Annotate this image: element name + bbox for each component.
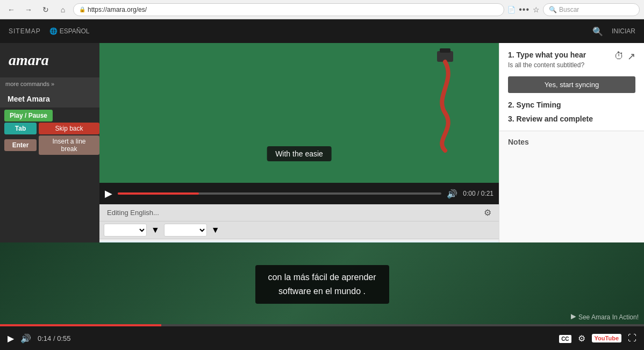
mini-progress-bar[interactable] bbox=[118, 192, 441, 195]
shortcut-row-play: Play / Pause bbox=[0, 110, 99, 122]
language-select[interactable] bbox=[104, 224, 147, 237]
see-amara-hint: ⯈ See Amara In Action! bbox=[570, 313, 639, 321]
mini-video-controls: ▶ 🔊 0:00 / 0:21 bbox=[99, 183, 499, 204]
amara-logo: amara bbox=[9, 52, 49, 68]
top-nav: SITEMAP 🌐 ESPAÑOL 🔍 INICIAR bbox=[0, 19, 644, 43]
big-settings-button[interactable]: ⚙ bbox=[578, 333, 585, 344]
browser-actions: 📄 ••• ☆ bbox=[507, 5, 540, 15]
big-volume-button[interactable]: 🔊 bbox=[20, 333, 31, 344]
big-progress-bar-bg[interactable] bbox=[0, 324, 644, 326]
cc-icon: CC bbox=[559, 335, 571, 343]
play-pause-key[interactable]: Play / Pause bbox=[4, 110, 53, 122]
shortcuts-header: more commands » bbox=[0, 77, 99, 90]
big-subtitle-line1: con la más fácil de aprender bbox=[268, 270, 376, 284]
big-subtitle-line2: software en el mundo . bbox=[268, 284, 376, 298]
mini-progress-fill bbox=[118, 192, 199, 195]
big-subtitle-overlay: con la más fácil de aprender software en… bbox=[255, 265, 389, 303]
format-select[interactable] bbox=[164, 224, 207, 237]
search-bar[interactable]: 🔍 Buscar bbox=[543, 3, 640, 16]
mini-volume-button[interactable]: 🔊 bbox=[447, 189, 457, 199]
step2-title: 2. Sync Timing bbox=[508, 101, 635, 109]
lock-icon: 🔒 bbox=[79, 6, 85, 12]
bookmark-icon[interactable]: ☆ bbox=[533, 5, 540, 14]
fullscreen-button[interactable]: ⛶ bbox=[628, 333, 636, 343]
youtube-logo: YouTube bbox=[592, 334, 621, 342]
steps-panel: 1. Type what you hear Is all the content… bbox=[499, 43, 644, 131]
language-button[interactable]: 🌐 ESPAÑOL bbox=[49, 27, 90, 35]
meet-amara-title: Meet Amara bbox=[0, 90, 99, 108]
big-video-controls: ▶ 🔊 0:14 / 0:55 CC ⚙ YouTube ⛶ bbox=[0, 326, 644, 350]
enter-key[interactable]: Enter bbox=[4, 139, 37, 151]
big-cc-button[interactable]: CC bbox=[559, 333, 571, 343]
globe-icon: 🌐 bbox=[49, 27, 58, 35]
svg-rect-1 bbox=[440, 48, 450, 53]
snake-animation bbox=[424, 48, 467, 156]
site-wrapper: SITEMAP 🌐 ESPAÑOL 🔍 INICIAR amara more c… bbox=[0, 19, 644, 350]
editor-header-label: Editing English... bbox=[107, 209, 159, 217]
browser-chrome: ← → ↻ ⌂ 🔒 https://amara.org/es/ 📄 ••• ☆ … bbox=[0, 0, 644, 19]
mini-time-display: 0:00 / 0:21 bbox=[463, 190, 493, 197]
dropdown-row: ▼ ▼ bbox=[99, 222, 499, 239]
home-button[interactable]: ⌂ bbox=[56, 3, 70, 17]
mini-video-area: With the easie ▶ 🔊 0:00 / 0:21 bbox=[99, 43, 499, 204]
step1-title: 1. Type what you hear bbox=[508, 51, 586, 59]
forward-button[interactable]: → bbox=[22, 3, 35, 17]
dropdown-chevron-icon: ▼ bbox=[151, 225, 160, 235]
more-commands-label[interactable]: more commands » bbox=[5, 81, 54, 87]
mini-play-button[interactable]: ▶ bbox=[105, 188, 112, 199]
yes-start-syncing-button[interactable]: Yes, start syncing bbox=[508, 76, 635, 93]
insert-break-action[interactable]: Insert a line break bbox=[39, 135, 99, 155]
notes-title: Notes bbox=[508, 138, 635, 146]
history-icon[interactable]: ⏱ bbox=[614, 51, 624, 62]
nav-search-icon[interactable]: 🔍 bbox=[592, 26, 603, 37]
shortcut-row-enter: Enter Insert a line break bbox=[0, 135, 99, 155]
share-icon[interactable]: ↗ bbox=[627, 51, 635, 62]
page-icon: 📄 bbox=[507, 6, 516, 13]
back-button[interactable]: ← bbox=[4, 3, 18, 17]
refresh-button[interactable]: ↻ bbox=[39, 3, 53, 17]
big-video-wrapper: con la más fácil de aprender software en… bbox=[0, 242, 644, 350]
skip-back-action[interactable]: Skip back bbox=[39, 123, 99, 134]
menu-dots-icon[interactable]: ••• bbox=[519, 5, 529, 15]
sitemap-button[interactable]: SITEMAP bbox=[9, 27, 41, 35]
mini-subtitle-overlay: With the easie bbox=[267, 146, 332, 161]
address-bar[interactable]: 🔒 https://amara.org/es/ bbox=[73, 3, 504, 16]
search-icon: 🔍 bbox=[549, 6, 557, 13]
big-time-display: 0:14 / 0:55 bbox=[38, 334, 70, 342]
video-frame: With the easie bbox=[99, 43, 499, 183]
search-placeholder: Buscar bbox=[559, 6, 579, 13]
big-video-content: con la más fácil de aprender software en… bbox=[0, 242, 644, 326]
editor-header: Editing English... ⚙ bbox=[99, 204, 499, 222]
step1-subtitle: Is all the content subtitled? bbox=[508, 61, 586, 69]
tab-key[interactable]: Tab bbox=[4, 123, 37, 134]
iniciar-button[interactable]: INICIAR bbox=[612, 27, 635, 35]
language-label: ESPAÑOL bbox=[60, 27, 90, 35]
address-text: https://amara.org/es/ bbox=[88, 6, 498, 13]
editor-gear-icon[interactable]: ⚙ bbox=[484, 208, 491, 218]
big-play-button[interactable]: ▶ bbox=[8, 333, 14, 344]
format-chevron-icon: ▼ bbox=[211, 225, 220, 235]
logo-area: amara bbox=[0, 43, 99, 77]
shortcut-row-tab: Tab Skip back bbox=[0, 123, 99, 134]
step3-title: 3. Review and complete bbox=[508, 115, 635, 123]
big-progress-fill bbox=[0, 324, 161, 326]
